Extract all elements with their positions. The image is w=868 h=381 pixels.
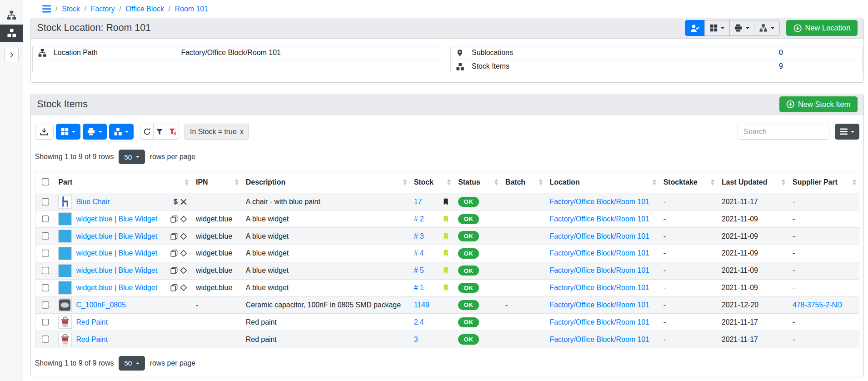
stock-quantity-link[interactable]: # 3 bbox=[414, 232, 424, 241]
breadcrumb-link[interactable]: Room 101 bbox=[175, 5, 208, 13]
row-checkbox[interactable] bbox=[42, 319, 49, 326]
part-thumbnail[interactable] bbox=[58, 247, 71, 260]
row-checkbox[interactable] bbox=[42, 301, 49, 309]
barcode-actions-button[interactable] bbox=[704, 20, 730, 36]
stock-quantity-link[interactable]: 2.4 bbox=[414, 318, 424, 326]
stock-quantity-link[interactable]: # 5 bbox=[414, 266, 424, 275]
part-link[interactable]: Red Paint bbox=[76, 336, 108, 344]
location-link[interactable]: Factory/Office Block/Room 101 bbox=[550, 215, 649, 223]
row-checkbox[interactable] bbox=[42, 284, 49, 291]
location-link[interactable]: Factory/Office Block/Room 101 bbox=[550, 284, 649, 291]
location-link[interactable]: Factory/Office Block/Room 101 bbox=[550, 198, 649, 206]
column-header-status[interactable]: Status bbox=[454, 171, 501, 193]
part-link[interactable]: C_100nF_0805 bbox=[76, 301, 125, 309]
export-button[interactable] bbox=[35, 124, 54, 140]
bookmark-icon bbox=[442, 284, 449, 291]
part-thumbnail[interactable] bbox=[58, 281, 71, 294]
part-thumbnail[interactable] bbox=[58, 212, 71, 226]
part-thumbnail[interactable] bbox=[58, 195, 71, 208]
stock-quantity-link[interactable]: # 1 bbox=[414, 284, 424, 292]
search-input[interactable] bbox=[738, 124, 829, 140]
stock-quantity-link[interactable]: 3 bbox=[414, 336, 418, 344]
part-thumbnail[interactable] bbox=[58, 230, 71, 243]
part-link[interactable]: widget.blue | Blue Widget bbox=[76, 249, 157, 257]
sidebar-expand-button[interactable] bbox=[5, 48, 19, 62]
table-row[interactable]: Blue Chair $ A chair - with blue paint 1… bbox=[35, 193, 859, 211]
supplier-part-cell: - bbox=[788, 314, 859, 331]
row-checkbox[interactable] bbox=[42, 232, 49, 240]
table-row[interactable]: widget.blue | Blue Widget widget.blue A … bbox=[35, 262, 859, 279]
table-row[interactable]: Red Paint Red paint 2.4 OK Factory/Offic… bbox=[35, 314, 859, 331]
page-size-dropdown[interactable]: 50 bbox=[119, 150, 145, 164]
batch-cell bbox=[501, 262, 545, 279]
location-link[interactable]: Factory/Office Block/Room 101 bbox=[550, 266, 649, 274]
column-header-stocktake[interactable]: Stocktake bbox=[659, 171, 717, 193]
refresh-button[interactable] bbox=[140, 124, 153, 140]
column-header-supplier-part[interactable]: Supplier Part bbox=[788, 171, 859, 193]
clear-filters-button[interactable] bbox=[166, 124, 179, 140]
part-thumbnail[interactable] bbox=[58, 316, 71, 329]
sidebar-item-sublocations[interactable] bbox=[0, 5, 23, 24]
print-actions-dropdown[interactable] bbox=[83, 124, 107, 140]
remove-filter-icon[interactable]: x bbox=[238, 128, 246, 136]
column-header-ipn[interactable]: IPN bbox=[191, 171, 241, 193]
table-row[interactable]: widget.blue | Blue Widget widget.blue A … bbox=[35, 279, 859, 296]
stock-quantity-link[interactable]: # 4 bbox=[414, 249, 424, 257]
part-link[interactable]: widget.blue | Blue Widget bbox=[76, 215, 157, 223]
view-columns-button[interactable] bbox=[835, 124, 859, 140]
table-row[interactable]: C_100nF_0805 - Ceramic capacitor, 100nF … bbox=[35, 296, 859, 314]
row-checkbox[interactable] bbox=[42, 250, 49, 257]
location-link[interactable]: Factory/Office Block/Room 101 bbox=[550, 232, 649, 240]
detail-row: Sublocations 0 bbox=[451, 46, 862, 60]
stock-quantity-link[interactable]: # 2 bbox=[414, 215, 424, 223]
stock-actions-dropdown[interactable] bbox=[109, 124, 134, 140]
supplier-part-link[interactable]: 478-3755-2-ND bbox=[793, 301, 842, 309]
column-header-stock[interactable]: Stock bbox=[409, 171, 454, 193]
row-checkbox[interactable] bbox=[42, 198, 49, 206]
part-link[interactable]: widget.blue | Blue Widget bbox=[76, 232, 157, 241]
print-actions-button[interactable] bbox=[729, 20, 755, 36]
breadcrumb-link[interactable]: Stock bbox=[62, 5, 80, 13]
stock-quantity-link[interactable]: 1149 bbox=[414, 301, 429, 309]
column-header-batch[interactable]: Batch bbox=[501, 171, 545, 193]
part-thumbnail[interactable] bbox=[58, 264, 71, 277]
filter-button[interactable] bbox=[153, 124, 166, 140]
table-row[interactable]: widget.blue | Blue Widget widget.blue A … bbox=[35, 211, 859, 228]
part-link[interactable]: Blue Chair bbox=[76, 198, 110, 206]
location-link[interactable]: Factory/Office Block/Room 101 bbox=[550, 318, 649, 326]
filter-chip[interactable]: In Stock = true x bbox=[185, 124, 249, 139]
table-row[interactable]: widget.blue | Blue Widget widget.blue A … bbox=[35, 245, 859, 262]
part-link[interactable]: widget.blue | Blue Widget bbox=[76, 284, 157, 292]
breadcrumb-link[interactable]: Factory bbox=[91, 5, 115, 13]
sidebar-item-stock[interactable] bbox=[0, 25, 23, 42]
row-checkbox[interactable] bbox=[42, 216, 49, 223]
table-row[interactable]: Red Paint Red paint 3 OK Factory/Office … bbox=[35, 331, 859, 348]
page-size-dropdown[interactable]: 50 bbox=[119, 356, 145, 371]
part-link[interactable]: Red Paint bbox=[76, 318, 108, 326]
barcode-actions-dropdown[interactable] bbox=[56, 124, 80, 140]
description-cell: A blue widget bbox=[241, 211, 409, 228]
stock-quantity-link[interactable]: 17 bbox=[414, 198, 422, 206]
location-link[interactable]: Factory/Office Block/Room 101 bbox=[550, 249, 649, 257]
column-header-location[interactable]: Location bbox=[545, 171, 659, 193]
location-header-actions: New Location bbox=[685, 20, 858, 36]
row-checkbox[interactable] bbox=[42, 267, 49, 274]
column-header-last-updated[interactable]: Last Updated bbox=[717, 171, 788, 193]
part-link[interactable]: widget.blue | Blue Widget bbox=[76, 266, 157, 275]
row-checkbox[interactable] bbox=[42, 336, 49, 343]
location-link[interactable]: Factory/Office Block/Room 101 bbox=[550, 301, 649, 309]
location-link[interactable]: Factory/Office Block/Room 101 bbox=[550, 336, 649, 343]
location-actions-button[interactable] bbox=[754, 20, 779, 36]
column-header-description[interactable]: Description bbox=[241, 171, 409, 193]
user-actions-button[interactable] bbox=[685, 20, 705, 36]
new-stock-item-button[interactable]: New Stock Item bbox=[779, 96, 858, 112]
new-location-button[interactable]: New Location bbox=[786, 20, 858, 36]
stocktake-cell: - bbox=[659, 228, 717, 245]
select-all-checkbox[interactable] bbox=[42, 178, 49, 185]
menu-button[interactable] bbox=[42, 5, 51, 13]
part-thumbnail[interactable] bbox=[58, 298, 71, 311]
table-row[interactable]: widget.blue | Blue Widget widget.blue A … bbox=[35, 228, 859, 245]
part-thumbnail[interactable] bbox=[58, 333, 71, 346]
breadcrumb-link[interactable]: Office Block bbox=[126, 5, 164, 13]
column-header-part[interactable]: Part bbox=[54, 171, 192, 193]
